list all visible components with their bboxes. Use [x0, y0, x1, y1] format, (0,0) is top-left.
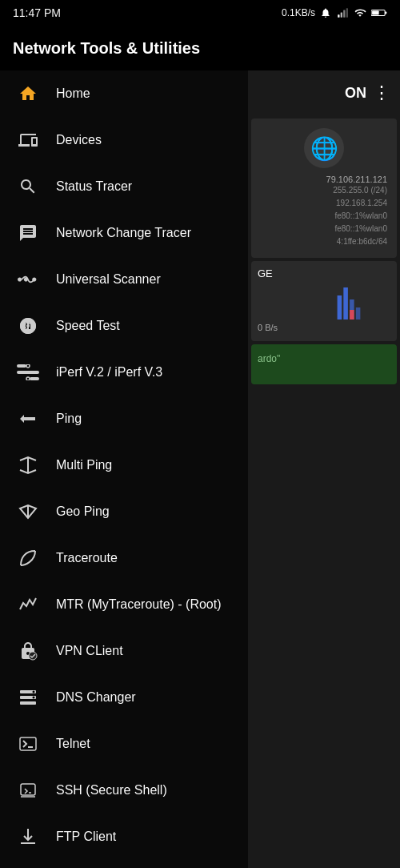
main-container: Home Devices Status Tracer: [0, 70, 400, 868]
status-icons: 0.1KB/s: [282, 7, 387, 18]
sidebar-item-label: Telnet: [56, 737, 90, 751]
sidebar-item-label: Speed Test: [56, 319, 120, 333]
sidebar-item-label: Multi Ping: [56, 458, 112, 472]
svg-rect-6: [372, 11, 379, 15]
universal-scanner-icon: [16, 267, 40, 291]
svg-rect-20: [21, 784, 35, 795]
sidebar-item-telnet[interactable]: Telnet: [0, 721, 248, 767]
network-details: 255.255.0 (/24) 192.168.1.254 fe80::1%wl…: [261, 184, 387, 248]
vpn-client-icon: [16, 639, 40, 663]
sidebar-item-label: Geo Ping: [56, 504, 110, 519]
battery-icon: [371, 7, 387, 18]
svg-rect-19: [20, 737, 36, 750]
svg-rect-24: [356, 307, 361, 319]
sidebar-item-ping[interactable]: Ping: [0, 396, 248, 442]
sidebar-item-universal-scanner[interactable]: Universal Scanner: [0, 256, 248, 303]
sidebar-item-ftp[interactable]: FTP Client: [0, 814, 248, 860]
mtr-icon: [16, 593, 40, 617]
telnet-icon: [16, 732, 40, 756]
sidebar-item-geo-ping[interactable]: Geo Ping: [0, 488, 248, 535]
sidebar-item-label: Traceroute: [56, 551, 118, 565]
svg-point-7: [26, 324, 30, 328]
svg-point-12: [26, 377, 30, 380]
svg-rect-5: [385, 12, 386, 14]
speed-test-icon: [16, 314, 40, 338]
speed-value: 0 B/s: [258, 323, 390, 332]
traceroute-icon: [16, 546, 40, 570]
svg-point-18: [33, 697, 35, 699]
sidebar-item-label: MTR (MyTraceroute) - (Root): [56, 597, 222, 612]
network-speed: 0.1KB/s: [282, 7, 315, 18]
svg-rect-3: [346, 8, 348, 18]
sidebar-item-iperf[interactable]: iPerf V.2 / iPerf V.3: [0, 349, 248, 396]
sidebar-item-ssh[interactable]: SSH (Secure Shell): [0, 767, 248, 814]
devices-icon: [16, 128, 40, 152]
svg-rect-21: [338, 295, 342, 319]
app-title: Network Tools & Utilities: [13, 39, 200, 58]
sidebar-item-label: Network Change Tracer: [56, 226, 191, 240]
svg-rect-1: [341, 12, 342, 17]
svg-rect-0: [338, 14, 339, 18]
sidebar-item-label: VPN CLient: [56, 644, 123, 658]
status-time: 11:47 PM: [13, 6, 61, 19]
bottom-card-text: ardo": [258, 353, 280, 364]
signal-icon: [336, 7, 349, 18]
sidebar-item-multi-ping[interactable]: Multi Ping: [0, 442, 248, 488]
sidebar-item-label: Home: [56, 86, 90, 101]
svg-rect-16: [20, 701, 36, 705]
svg-rect-22: [343, 287, 348, 319]
ssh-icon: [16, 778, 40, 802]
status-bar: 11:47 PM 0.1KB/s: [0, 0, 400, 26]
wifi-icon: [354, 7, 366, 18]
svg-point-17: [33, 691, 35, 693]
bottom-card: ardo": [251, 344, 397, 384]
svg-point-11: [26, 364, 30, 368]
alarm-icon: [320, 7, 331, 18]
network-info-card: 🌐 79.106.211.121 255.255.0 (/24) 192.168…: [251, 119, 397, 258]
geo-ping-icon: [16, 500, 40, 524]
status-tracer-icon: [16, 175, 40, 199]
multi-ping-icon: [16, 453, 40, 477]
right-panel-header: ON ⋮: [248, 70, 400, 115]
sidebar-item-vpn-client[interactable]: VPN CLient: [0, 628, 248, 674]
svg-rect-8: [17, 371, 39, 374]
globe-icon: 🌐: [310, 135, 338, 162]
svg-rect-9: [17, 364, 26, 368]
sidebar-item-speed-test[interactable]: Speed Test: [0, 303, 248, 349]
svg-rect-2: [343, 10, 345, 18]
sidebar-item-label: SSH (Secure Shell): [56, 783, 167, 798]
sidebar-item-mtr[interactable]: MTR (MyTraceroute) - (Root): [0, 581, 248, 628]
connection-type: GE: [258, 267, 390, 279]
speed-card: GE 0 B/s: [251, 261, 397, 341]
right-panel: ON ⋮ 🌐 79.106.211.121 255.255.0 (/24) 19…: [248, 70, 400, 868]
svg-rect-25: [350, 310, 354, 319]
sidebar-item-home[interactable]: Home: [0, 70, 248, 117]
sidebar-item-label: Devices: [56, 133, 102, 147]
sidebar-item-traceroute[interactable]: Traceroute: [0, 535, 248, 581]
sidebar-item-label: DNS Changer: [56, 690, 136, 705]
home-icon: [16, 82, 40, 106]
sidebar-item-label: iPerf V.2 / iPerf V.3: [56, 365, 162, 380]
public-ip: 79.106.211.121: [261, 175, 387, 184]
sidebar-item-dns-changer[interactable]: DNS Changer: [0, 674, 248, 721]
sidebar-item-label: FTP Client: [56, 830, 116, 844]
sidebar-item-status-tracer[interactable]: Status Tracer: [0, 163, 248, 210]
ftp-icon: [16, 825, 40, 849]
globe-container: 🌐: [304, 128, 344, 168]
network-change-tracer-icon: [16, 221, 40, 245]
sidebar-item-devices[interactable]: Devices: [0, 117, 248, 163]
iperf-icon: [16, 360, 40, 384]
more-options-icon[interactable]: ⋮: [373, 82, 390, 103]
ping-icon: [16, 407, 40, 431]
sidebar-item-label: Status Tracer: [56, 179, 132, 194]
sidebar-item-label: Universal Scanner: [56, 272, 161, 287]
on-label: ON: [345, 85, 366, 102]
sidebar-item-network-change-tracer[interactable]: Network Change Tracer: [0, 210, 248, 256]
app-header: Network Tools & Utilities: [0, 26, 400, 70]
navigation-drawer: Home Devices Status Tracer: [0, 70, 248, 868]
sidebar-item-label: Ping: [56, 412, 82, 426]
dns-changer-icon: [16, 685, 40, 709]
speed-chart: [258, 279, 390, 319]
svg-rect-10: [30, 377, 39, 380]
